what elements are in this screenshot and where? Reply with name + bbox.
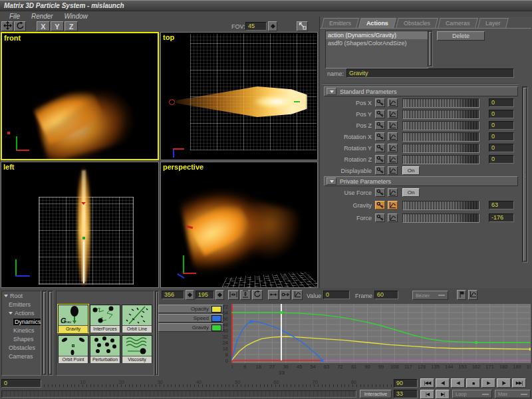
key-button[interactable] <box>375 155 385 164</box>
transport-prev-key-button[interactable]: |◀ <box>420 390 434 399</box>
private-parameters-header[interactable]: Private Parameters <box>324 176 518 186</box>
tab-obstacles[interactable]: Obstacles <box>396 18 438 28</box>
max-dropdown[interactable]: Max <box>495 390 531 398</box>
scrollbar-thumb[interactable] <box>43 292 46 374</box>
param-value-rotation-z[interactable]: 0 <box>489 155 514 164</box>
legend-speed[interactable]: Speed <box>158 314 223 323</box>
graph-button[interactable] <box>388 166 398 175</box>
palette-item-orbit-line[interactable]: Orbit Line <box>122 305 152 332</box>
key-button[interactable] <box>375 166 385 175</box>
palette-item-perturbation[interactable]: Perturbation <box>90 335 120 363</box>
scrollbar-thumb[interactable] <box>156 292 158 374</box>
emitter-marker[interactable] <box>169 99 175 105</box>
curve-key-point[interactable] <box>529 348 531 350</box>
param-slider-pos-z[interactable] <box>402 121 479 130</box>
transport-play-button[interactable]: ▶ <box>481 378 495 388</box>
graph-button[interactable] <box>388 144 398 152</box>
key-button[interactable] <box>375 110 385 118</box>
pan-keys-button[interactable] <box>268 290 279 300</box>
scrollbar-thumb[interactable] <box>523 88 527 261</box>
graph-button[interactable] <box>388 188 398 197</box>
delete-button[interactable]: Delete <box>437 31 485 41</box>
axis-z-button[interactable]: Z <box>65 21 78 31</box>
tab-layer[interactable]: Layer <box>477 18 508 28</box>
param-value-gravity[interactable]: 63 <box>489 201 514 209</box>
param-slider-force[interactable] <box>402 213 479 223</box>
key-button[interactable] <box>375 144 385 152</box>
palette-scrollbar[interactable] <box>155 291 159 376</box>
tab-emitters[interactable]: Emitters <box>321 18 359 28</box>
palette-item-interforces[interactable]: InterForces <box>90 305 120 332</box>
menu-render[interactable]: Render <box>31 13 53 20</box>
param-slider-pos-y[interactable] <box>402 110 479 119</box>
tree-item-cameras[interactable]: Cameras <box>2 352 41 360</box>
graph-height-input[interactable]: 195 <box>196 291 214 299</box>
rotate-tool-button[interactable] <box>14 21 26 31</box>
flag-key-button[interactable] <box>457 290 466 300</box>
param-toggle-use-force[interactable]: On <box>402 188 420 197</box>
legend-gravity[interactable]: Gravity <box>158 323 223 332</box>
axis-y-button[interactable]: Y <box>51 21 64 31</box>
key-button[interactable] <box>375 132 385 141</box>
tree-item-root[interactable]: Root <box>2 291 41 300</box>
graph-button[interactable] <box>388 121 398 130</box>
param-slider-rotation-y[interactable] <box>402 144 479 153</box>
loop-dropdown[interactable]: Loop <box>452 390 492 398</box>
tree-expand-icon[interactable] <box>9 312 13 315</box>
tab-cameras[interactable]: Cameras <box>438 18 477 28</box>
legend-opacity[interactable]: Opacity <box>158 305 223 313</box>
panel-scrollbar[interactable] <box>522 86 528 263</box>
key-button[interactable] <box>375 121 385 130</box>
param-value-force[interactable]: -176 <box>489 213 514 222</box>
collapse-button[interactable] <box>327 178 336 185</box>
viewport-left[interactable]: left <box>1 162 159 288</box>
timeline-end-input[interactable]: 90 <box>394 379 418 388</box>
palette-item-gravity[interactable]: Grav Gravity <box>58 305 88 332</box>
param-value-rotation-y[interactable]: 0 <box>489 144 514 152</box>
show-curves-button[interactable] <box>468 290 477 300</box>
action-list-item[interactable]: asdf0 (Shapes/ColorAndSize) <box>326 39 428 47</box>
curve-editor-graph[interactable] <box>231 304 531 363</box>
fit-vertical-button[interactable] <box>240 290 251 300</box>
palette-item-viscosity[interactable]: Viscosity <box>122 335 152 363</box>
tree-item-kinetics[interactable]: Kinetics <box>2 326 41 334</box>
key-button[interactable] <box>375 188 385 197</box>
graph-button[interactable] <box>388 201 398 209</box>
tree-item-emitters[interactable]: Emitters <box>2 300 41 309</box>
param-slider-pos-x[interactable] <box>402 98 479 108</box>
collapse-button[interactable] <box>327 88 336 95</box>
timeline-ruler[interactable]: 1020304050607080 <box>44 379 392 388</box>
key-button[interactable] <box>375 201 385 209</box>
value-input[interactable]: 0 <box>323 291 350 299</box>
interactive-button[interactable]: Interactive <box>360 390 392 398</box>
fov-spinner[interactable] <box>268 21 277 31</box>
move-tool-button[interactable] <box>1 21 13 31</box>
timeline-scrub-track[interactable] <box>1 390 356 398</box>
viewport-front[interactable]: front <box>1 32 159 160</box>
graph-button[interactable] <box>388 110 398 118</box>
width-spinner[interactable] <box>186 290 194 300</box>
graph-button[interactable] <box>388 132 398 141</box>
tree-item-shapes[interactable]: Shapes <box>2 334 41 343</box>
fov-input[interactable]: 45 <box>245 22 267 31</box>
graph-button[interactable] <box>388 98 398 107</box>
viewport-perspective[interactable]: perspective <box>160 162 318 288</box>
transport-go-start-button[interactable]: |◀◀ <box>420 378 434 388</box>
tree-item-actions[interactable]: Actions <box>2 309 41 317</box>
param-toggle-displayable[interactable]: On <box>402 166 420 175</box>
key-button[interactable] <box>375 213 385 222</box>
maximize-viewport-button[interactable] <box>297 21 308 31</box>
tree-item-obstacles[interactable]: Obstacles <box>2 343 41 352</box>
fit-horizontal-button[interactable] <box>228 290 239 300</box>
param-value-rotation-x[interactable]: 0 <box>489 132 514 141</box>
transport-play-reverse-button[interactable]: ◀ <box>451 378 465 388</box>
param-slider-gravity[interactable] <box>402 201 479 210</box>
title-bar[interactable]: Matrix 3D Particle System - mislaunch <box>0 1 532 11</box>
menu-window[interactable]: Window <box>65 13 88 20</box>
axis-x-button[interactable]: X <box>37 21 50 31</box>
edit-curve-button[interactable] <box>292 290 303 300</box>
scrollbar-thumb[interactable] <box>49 292 52 374</box>
param-slider-rotation-z[interactable] <box>402 155 479 164</box>
palette-item-orbit-point[interactable]: Orbit Point <box>58 335 88 363</box>
action-list-scrollbar[interactable] <box>428 31 433 67</box>
